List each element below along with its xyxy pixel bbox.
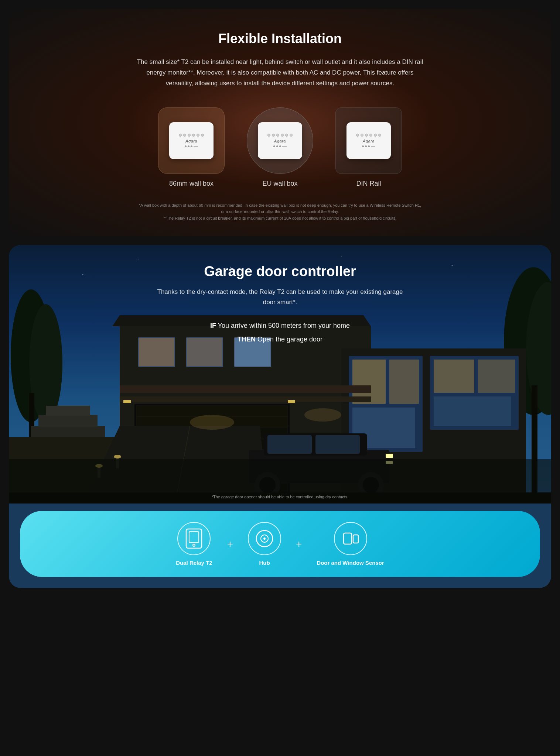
device-container-eu: Aqara xyxy=(247,107,313,174)
installation-items-container: Aqara 86mm wall box xyxy=(24,107,536,188)
din-dot1 xyxy=(356,134,359,137)
svg-rect-75 xyxy=(353,535,358,543)
dot3 xyxy=(188,134,191,137)
garage-scene-footnote: *The garage door opener should be able t… xyxy=(9,495,551,499)
dot2 xyxy=(183,134,186,137)
relay-icon xyxy=(185,528,203,549)
installation-footnote: *A wall box with a depth of about 60 mm … xyxy=(24,202,536,222)
small-dot3 xyxy=(191,145,192,147)
device-card-86mm: Aqara xyxy=(169,122,214,159)
sensor-label: Door and Window Sensor xyxy=(317,560,384,566)
device-dots-86mm xyxy=(179,134,204,137)
device-bottom-din xyxy=(362,145,375,147)
dot6 xyxy=(201,134,204,137)
plus-2: + xyxy=(296,538,302,550)
brand-label-din: Aqara xyxy=(363,139,375,143)
device-container-86mm: Aqara xyxy=(158,107,225,174)
din-dot4 xyxy=(369,134,372,137)
garage-text-overlay: Garage door controller Thanks to the dry… xyxy=(9,245,551,504)
if-text: You arrive within 500 meters from your h… xyxy=(218,322,350,329)
item-label-86mm: 86mm wall box xyxy=(169,180,214,188)
device-bottom-86mm xyxy=(185,145,198,147)
device-bottom-eu xyxy=(273,145,287,147)
svg-point-70 xyxy=(193,544,195,546)
eu-small-dot3 xyxy=(279,145,281,147)
device-card-din: Aqara xyxy=(346,122,391,159)
eu-dot3 xyxy=(276,134,279,137)
if-keyword: IF xyxy=(210,322,216,329)
din-dot5 xyxy=(374,134,377,137)
door-sensor-icon xyxy=(341,529,361,549)
install-item-eu: Aqara EU wall box xyxy=(247,107,313,188)
garage-condition-then: THEN Open the garage door xyxy=(238,336,322,343)
din-small-dot2 xyxy=(365,145,367,147)
eu-dot1 xyxy=(267,134,270,137)
device-dots-din xyxy=(356,134,381,137)
eu-device-dash xyxy=(282,146,287,147)
small-dot2 xyxy=(188,145,189,147)
installation-title: Flexible Installation xyxy=(24,31,536,47)
din-device-dash xyxy=(371,146,375,147)
svg-rect-69 xyxy=(189,532,199,543)
din-dot6 xyxy=(378,134,381,137)
din-dot2 xyxy=(361,134,363,137)
dot1 xyxy=(179,134,182,137)
device-dash1 xyxy=(194,146,198,147)
product-strip: Dual Relay T2 + Hub + xyxy=(20,511,540,577)
item-label-din: DIN Rail xyxy=(356,180,381,188)
sensor-icon-circle xyxy=(334,522,367,555)
install-item-86mm: Aqara 86mm wall box xyxy=(158,107,225,188)
garage-footnote-text: *The garage door opener should be able t… xyxy=(212,495,349,499)
relay-label: Dual Relay T2 xyxy=(176,560,212,566)
footnote-line2: or a surface-mounted or ultra-thin wall … xyxy=(221,209,339,214)
then-keyword: THEN xyxy=(238,336,256,343)
garage-section: Garage door controller Thanks to the dry… xyxy=(9,245,551,588)
dot4 xyxy=(192,134,195,137)
svg-rect-74 xyxy=(344,533,352,544)
dot5 xyxy=(197,134,199,137)
device-container-din: Aqara xyxy=(335,107,402,174)
garage-title: Garage door controller xyxy=(204,264,356,279)
product-item-sensor: Door and Window Sensor xyxy=(317,522,384,566)
hub-icon xyxy=(255,529,274,549)
plus-1: + xyxy=(227,538,233,550)
product-item-relay: Dual Relay T2 xyxy=(176,522,212,566)
installation-description: The small size* T2 can be installed near… xyxy=(132,57,428,89)
relay-icon-circle xyxy=(177,522,211,555)
small-dot1 xyxy=(185,145,187,147)
eu-small-dot2 xyxy=(276,145,278,147)
hub-icon-circle xyxy=(248,522,281,555)
then-text: Open the garage door xyxy=(257,336,322,343)
svg-point-73 xyxy=(263,537,266,540)
product-item-hub: Hub xyxy=(248,522,281,566)
footnote-line1: *A wall box with a depth of about 60 mm … xyxy=(139,203,421,207)
eu-dot5 xyxy=(285,134,288,137)
garage-condition-if: IF You arrive within 500 meters from you… xyxy=(210,322,350,330)
install-item-din: Aqara DIN Rail xyxy=(335,107,402,188)
brand-label-eu: Aqara xyxy=(274,139,286,143)
hub-label: Hub xyxy=(259,560,270,566)
footnote-line3: **The Relay T2 is not a circuit breaker,… xyxy=(164,216,397,220)
item-label-eu: EU wall box xyxy=(262,180,297,188)
garage-subtitle: Thanks to the dry-contact mode, the Rela… xyxy=(151,287,409,307)
garage-scene: Garage door controller Thanks to the dry… xyxy=(9,245,551,504)
installation-section: Flexible Installation The small size* T2… xyxy=(9,9,551,236)
din-dot3 xyxy=(365,134,368,137)
device-card-eu: Aqara xyxy=(258,122,302,159)
eu-dot4 xyxy=(281,134,284,137)
device-dots-eu xyxy=(267,134,293,137)
brand-label-86mm: Aqara xyxy=(185,139,197,143)
din-small-dot3 xyxy=(368,145,370,147)
din-small-dot1 xyxy=(362,145,364,147)
eu-dot2 xyxy=(272,134,275,137)
eu-dot6 xyxy=(290,134,293,137)
eu-small-dot1 xyxy=(273,145,275,147)
